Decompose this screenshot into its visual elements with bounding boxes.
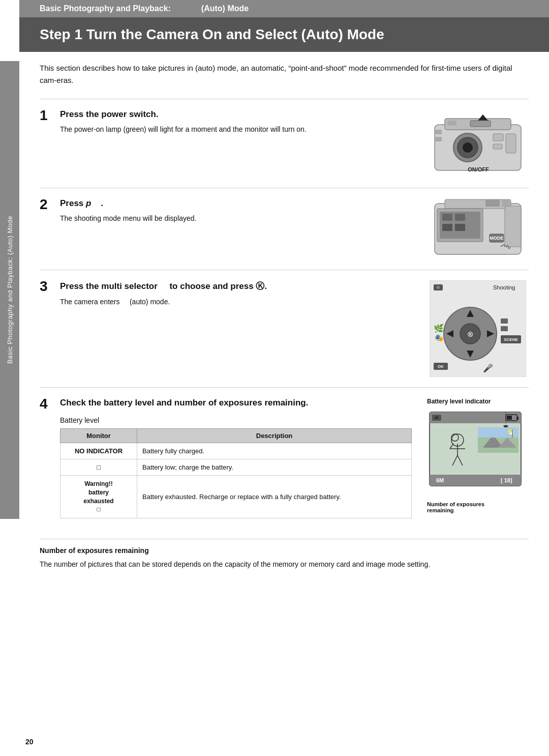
svg-rect-55 xyxy=(507,416,512,420)
svg-point-30 xyxy=(437,286,440,289)
svg-rect-4 xyxy=(447,121,456,126)
step-1-image: ON/OFF xyxy=(427,109,529,178)
step-4-right: Battery level indicator xyxy=(427,398,529,518)
step-2-content: Press p . The shooting mode menu will be… xyxy=(60,198,427,259)
page-number: 20 xyxy=(25,738,34,746)
page-title: Step 1 Turn the Camera On and Select (Au… xyxy=(40,26,529,43)
svg-text:ON/OFF: ON/OFF xyxy=(468,166,489,172)
table-row: □ Battery low; charge the battery. xyxy=(60,459,412,476)
svg-text:[ 18]: [ 18] xyxy=(501,477,512,483)
intro-text: This section describes how to take pictu… xyxy=(40,62,529,86)
svg-text:🎭: 🎭 xyxy=(435,334,444,342)
step-1-number: 1 xyxy=(40,107,60,178)
step-2-desc: The shooting mode menu will be displayed… xyxy=(60,213,417,224)
svg-rect-8 xyxy=(493,134,503,141)
table-header-description: Description xyxy=(137,429,412,443)
svg-text:∿: ∿ xyxy=(505,243,511,251)
sidebar: Basic Photography and Playback: (Auto) M… xyxy=(0,61,19,519)
svg-text:MODE: MODE xyxy=(490,236,504,241)
svg-rect-11 xyxy=(435,130,442,134)
step-3-desc: The camera enters (auto) mode. xyxy=(60,296,417,307)
step-2-title: Press p . xyxy=(60,198,417,209)
svg-marker-2 xyxy=(478,114,488,121)
page-title-section: Step 1 Turn the Camera On and Select (Au… xyxy=(19,17,549,52)
svg-rect-25 xyxy=(455,214,465,221)
svg-rect-18 xyxy=(505,206,521,247)
exposures-section: Number of exposures remaining The number… xyxy=(40,539,529,570)
svg-rect-27 xyxy=(455,224,465,231)
monitor-cell-1: NO INDICATOR xyxy=(60,443,137,459)
step-2-number: 2 xyxy=(40,196,60,259)
svg-rect-24 xyxy=(442,214,452,221)
svg-rect-9 xyxy=(493,144,502,149)
desc-cell-3: Battery exhausted. Recharge or replace w… xyxy=(137,476,412,518)
monitor-cell-2: □ xyxy=(60,459,137,476)
step-2-image: MODE ∿ xyxy=(427,198,529,259)
svg-rect-15 xyxy=(445,199,511,209)
sidebar-text: Basic Photography and Playback: (Auto) M… xyxy=(6,216,14,364)
step-3-content: Press the multi selector to choose and p… xyxy=(60,280,427,377)
table-row: Warning!!batteryexhausted□ Battery exhau… xyxy=(60,476,412,518)
step-3-image: Shooting Ⓚ SCENE xyxy=(427,280,529,377)
step-4-left: Check the battery level and number of ex… xyxy=(60,398,427,518)
svg-rect-38 xyxy=(501,318,508,324)
monitor-cell-3: Warning!!batteryexhausted□ xyxy=(60,476,137,518)
step-2: 2 Press p . The shooting mode menu will … xyxy=(40,188,529,270)
svg-rect-17 xyxy=(502,199,510,207)
step-3: 3 Press the multi selector to choose and… xyxy=(40,270,529,387)
svg-rect-26 xyxy=(442,224,452,231)
svg-rect-56 xyxy=(517,417,518,420)
svg-rect-16 xyxy=(485,199,500,207)
monitor-diagram: 6M [ 18] xyxy=(427,407,524,496)
table-header-monitor: Monitor xyxy=(60,429,137,443)
step-3-title: Press the multi selector to choose and p… xyxy=(60,280,417,292)
svg-text:Ⓚ: Ⓚ xyxy=(468,332,473,337)
svg-point-7 xyxy=(463,142,473,153)
multiselector-diagram: Shooting Ⓚ SCENE xyxy=(430,280,526,377)
step-4-number: 4 xyxy=(40,396,60,518)
battery-level-label: Battery level xyxy=(60,416,412,424)
step-4-title: Check the battery level and number of ex… xyxy=(60,398,412,408)
svg-rect-12 xyxy=(435,137,442,141)
desc-cell-1: Battery fully charged. xyxy=(137,443,412,459)
svg-text:🌿: 🌿 xyxy=(434,324,444,333)
svg-rect-39 xyxy=(501,326,508,331)
step-1-title: Press the power switch. xyxy=(60,109,417,120)
header-bar: Basic Photography and Playback: (Auto) M… xyxy=(19,0,549,17)
mode-diagram: MODE ∿ xyxy=(430,198,526,259)
svg-point-51 xyxy=(435,416,438,419)
exposures-title: Number of exposures remaining xyxy=(40,546,529,555)
step-1-desc: The power-on lamp (green) will light for… xyxy=(60,124,417,135)
battery-table: Monitor Description NO INDICATOR Battery… xyxy=(60,428,412,518)
battery-indicator-label: Battery level indicator xyxy=(427,398,529,405)
desc-cell-2: Battery low; charge the battery. xyxy=(137,459,412,476)
shooting-label: Shooting xyxy=(493,284,515,290)
monitor-labels: Number of exposuresremaining xyxy=(427,501,529,513)
table-row: NO INDICATOR Battery fully charged. xyxy=(60,443,412,459)
step-1-content: Press the power switch. The power-on lam… xyxy=(60,109,427,178)
svg-rect-10 xyxy=(506,134,516,153)
header-left-title: Basic Photography and Playback: xyxy=(40,4,171,13)
step-1: 1 Press the power switch. The power-on l… xyxy=(40,99,529,188)
svg-rect-3 xyxy=(470,121,491,127)
main-content: This section describes how to take pictu… xyxy=(19,52,549,591)
step-4: 4 Check the battery level and number of … xyxy=(40,387,529,529)
step-4-header: 4 Check the battery level and number of … xyxy=(40,398,529,518)
step-3-number: 3 xyxy=(40,278,60,377)
svg-rect-49 xyxy=(430,419,521,423)
onoff-diagram: ON/OFF xyxy=(430,109,526,176)
svg-text:SCENE: SCENE xyxy=(504,337,518,342)
svg-text:6M: 6M xyxy=(436,477,444,483)
exposures-desc: The number of pictures that can be store… xyxy=(40,559,529,570)
svg-text:OK: OK xyxy=(438,364,444,369)
svg-text:🎤: 🎤 xyxy=(483,363,493,373)
exposures-remaining-label: Number of exposuresremaining xyxy=(427,501,484,513)
header-right-title: (Auto) Mode xyxy=(201,4,249,13)
